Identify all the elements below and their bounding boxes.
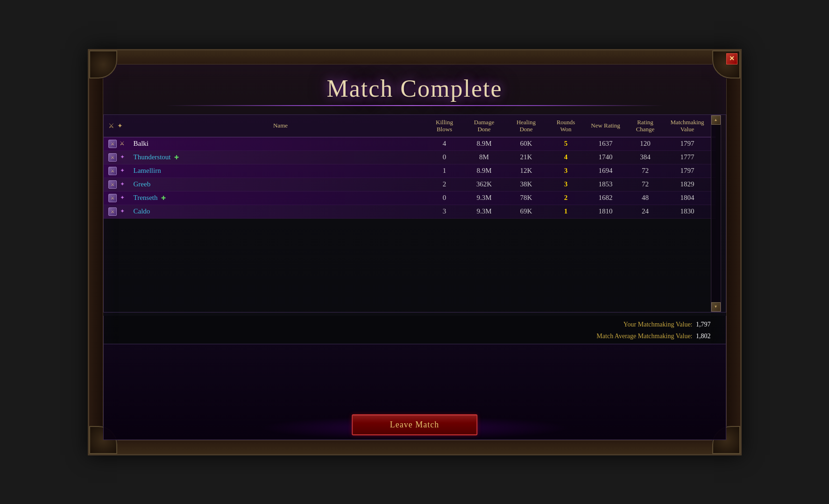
new-rating-val: 1810 — [585, 207, 627, 215]
top-border — [117, 50, 712, 64]
close-button[interactable]: ✕ — [726, 53, 737, 64]
damage-done-val: 362K — [463, 180, 505, 188]
mmv-stats: Your Matchmaking Value: 1,797 Match Aver… — [119, 319, 711, 342]
mmv-val: 1830 — [664, 207, 711, 215]
table-row: ⚔ ✦ Trenseth ✚ 0 9.3M 78K 2 1682 48 1804 — [104, 192, 716, 205]
damage-done-val: 8M — [463, 153, 505, 161]
player-name: Caldo — [132, 207, 426, 215]
table-row: ⚔ ✦ Caldo 3 9.3M 69K 1 1810 24 1830 — [104, 205, 716, 219]
col-header-ratingchange: RatingChange — [627, 119, 664, 133]
mmv-val: 1797 — [664, 167, 711, 175]
col-header-killing: KillingBlows — [426, 119, 463, 133]
row-icons: ⚔ ✦ — [108, 167, 132, 175]
pvp-rank-icon: ⚔ — [108, 207, 117, 216]
class-icon: ⚔ — [118, 140, 127, 148]
rounds-won-val: 1 — [547, 207, 585, 215]
killing-blows-val: 4 — [426, 140, 463, 148]
pvp-rank-icon: ⚔ — [108, 140, 117, 148]
rating-change-val: 72 — [627, 167, 664, 175]
healing-done-val: 78K — [505, 194, 547, 202]
left-border — [89, 78, 103, 426]
rounds-won-val: 4 — [547, 153, 585, 161]
healing-done-val: 38K — [505, 180, 547, 188]
rating-change-val: 72 — [627, 180, 664, 188]
damage-done-val: 9.3M — [463, 194, 505, 202]
killing-blows-val: 3 — [426, 207, 463, 215]
rounds-won-val: 2 — [547, 194, 585, 202]
main-window: ✕ Match Complete ▲ ▼ ⚔ ✦ Name — [88, 49, 742, 455]
rating-change-val: 384 — [627, 153, 664, 161]
rounds-won-val: 3 — [547, 167, 585, 175]
class-icon: ✦ — [118, 180, 127, 189]
stats-footer: Your Matchmaking Value: 1,797 Match Aver… — [103, 316, 726, 344]
friend-icon: ✚ — [174, 154, 179, 161]
col-header-newrating: New Rating — [585, 122, 627, 129]
table-row: ⚔ ⚔ Balki 4 8.9M 60K 5 1637 120 1797 — [104, 137, 716, 151]
row-icons: ⚔ ✦ — [108, 194, 132, 202]
pvp-header-icon: ⚔ — [108, 122, 114, 130]
right-border — [726, 78, 740, 426]
title-underline — [165, 105, 664, 106]
pvp-rank-icon: ⚔ — [108, 194, 117, 202]
new-rating-val: 1694 — [585, 167, 627, 175]
player-name: Greeb — [132, 180, 426, 188]
class-icon: ✦ — [118, 207, 127, 216]
header-icons: ⚔ ✦ — [108, 122, 132, 130]
new-rating-val: 1740 — [585, 153, 627, 161]
row-icons: ⚔ ✦ — [108, 153, 132, 162]
scroll-down-button[interactable]: ▼ — [711, 302, 721, 312]
bottom-border — [117, 440, 712, 454]
player-name: Thunderstout ✚ — [132, 153, 426, 161]
killing-blows-val: 1 — [426, 167, 463, 175]
table-header: ⚔ ✦ Name KillingBlows DamageDone Healing… — [104, 115, 716, 137]
damage-done-val: 8.9M — [463, 140, 505, 148]
class-header-icon: ✦ — [117, 122, 123, 130]
table-wrapper: ⚔ ✦ Name KillingBlows DamageDone Healing… — [104, 115, 716, 312]
col-header-damage: DamageDone — [463, 119, 505, 133]
new-rating-val: 1853 — [585, 180, 627, 188]
table-row: ⚔ ✦ Greeb 2 362K 38K 3 1853 72 1829 — [104, 178, 716, 192]
avg-mmv-label: Match Average Matchmaking Value: — [596, 333, 692, 340]
new-rating-val: 1637 — [585, 140, 627, 148]
scrollbar: ▲ ▼ — [711, 115, 721, 312]
scroll-up-button[interactable]: ▲ — [711, 115, 721, 125]
row-icons: ⚔ ✦ — [108, 180, 132, 189]
mmv-val: 1804 — [664, 194, 711, 202]
player-name: Trenseth ✚ — [132, 194, 426, 202]
inner-content: Match Complete ▲ ▼ ⚔ ✦ Name KillingBlows — [103, 64, 726, 440]
damage-done-val: 9.3M — [463, 207, 505, 215]
empty-rows-area — [104, 219, 716, 312]
killing-blows-val: 0 — [426, 194, 463, 202]
leave-match-button[interactable]: Leave Match — [352, 414, 477, 435]
player-name: Balki — [132, 140, 426, 148]
killing-blows-val: 0 — [426, 153, 463, 161]
rating-change-val: 120 — [627, 140, 664, 148]
healing-done-val: 60K — [505, 140, 547, 148]
pvp-rank-icon: ⚔ — [108, 180, 117, 189]
rounds-won-val: 5 — [547, 140, 585, 148]
new-rating-val: 1682 — [585, 194, 627, 202]
col-header-healing: HealingDone — [505, 119, 547, 133]
healing-done-val: 12K — [505, 167, 547, 175]
title-area: Match Complete — [103, 64, 726, 111]
avg-mmv-value: 1,802 — [696, 333, 711, 340]
player-name: Lamellirn — [132, 167, 426, 175]
your-mmv-label: Your Matchmaking Value: — [624, 321, 693, 328]
rounds-won-val: 3 — [547, 180, 585, 188]
col-header-mmv: MatchmakingValue — [664, 119, 711, 133]
rating-change-val: 48 — [627, 194, 664, 202]
friend-icon: ✚ — [161, 195, 166, 201]
row-icons: ⚔ ⚔ — [108, 140, 132, 148]
mmv-val: 1777 — [664, 153, 711, 161]
window-title: Match Complete — [103, 75, 726, 102]
row-icons: ⚔ ✦ — [108, 207, 132, 216]
class-icon: ✦ — [118, 194, 127, 202]
healing-done-val: 69K — [505, 207, 547, 215]
mmv-val: 1829 — [664, 180, 711, 188]
rating-change-val: 24 — [627, 207, 664, 215]
col-header-name: Name — [132, 122, 426, 129]
pvp-rank-icon: ⚔ — [108, 167, 117, 175]
mmv-val: 1797 — [664, 140, 711, 148]
table-area: ▲ ▼ ⚔ ✦ Name KillingBlows DamageDone Hea… — [103, 114, 726, 312]
table-row: ⚔ ✦ Thunderstout ✚ 0 8M 21K 4 1740 384 1… — [104, 151, 716, 164]
